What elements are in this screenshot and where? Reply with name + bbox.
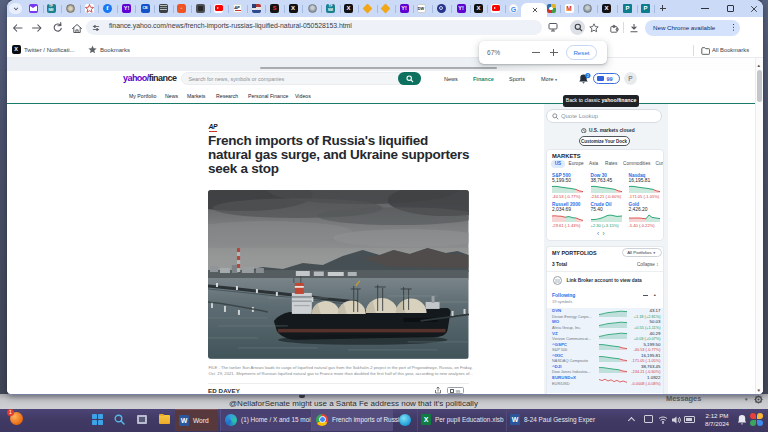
svg-text:2: 2 [587,74,589,78]
